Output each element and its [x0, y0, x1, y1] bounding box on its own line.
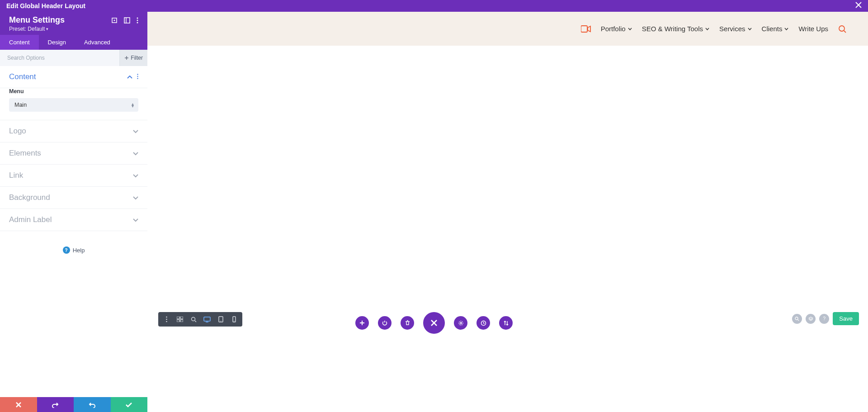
svg-point-25	[220, 321, 221, 322]
svg-point-5	[137, 20, 138, 21]
svg-point-8	[137, 76, 138, 77]
video-icon[interactable]	[581, 25, 591, 33]
tablet-view-icon[interactable]	[216, 314, 226, 324]
nav-item-write-ups[interactable]: Write Ups	[798, 25, 828, 33]
sort-button[interactable]	[499, 316, 513, 330]
top-bar-title: Edit Global Header Layout	[6, 2, 85, 9]
chevron-down-icon	[705, 28, 709, 30]
zoom-small-icon[interactable]	[792, 314, 802, 324]
chevron-down-icon	[133, 149, 138, 157]
menu-field-label: Menu	[9, 88, 138, 95]
toolbar-more-icon[interactable]	[161, 314, 171, 324]
svg-point-30	[795, 317, 798, 320]
section-content-body: Menu Main ▴▾	[0, 88, 147, 120]
section-more-icon[interactable]	[137, 73, 138, 81]
tab-design[interactable]: Design	[39, 35, 75, 50]
chevron-up-icon	[127, 73, 132, 81]
layers-icon[interactable]	[806, 314, 816, 324]
history-button[interactable]	[476, 316, 490, 330]
chevron-down-icon	[133, 127, 138, 135]
section-content-header[interactable]: Content	[0, 66, 147, 88]
sections-list: Content Menu Main ▴▾ Logo Elements Link	[0, 66, 147, 412]
more-options-icon[interactable]	[137, 17, 138, 24]
svg-point-14	[166, 319, 167, 320]
add-button[interactable]	[355, 316, 369, 330]
tab-advanced[interactable]: Advanced	[75, 35, 119, 50]
menu-select-value: Main	[14, 102, 27, 108]
section-logo-header[interactable]: Logo	[0, 120, 147, 142]
section-link-header[interactable]: Link	[0, 165, 147, 187]
svg-point-11	[839, 26, 844, 31]
power-button[interactable]	[378, 316, 392, 330]
search-input[interactable]	[0, 55, 119, 61]
expand-icon[interactable]	[111, 17, 118, 24]
mobile-view-icon[interactable]	[229, 314, 239, 324]
redo-button[interactable]	[74, 397, 111, 412]
search-row: Filter	[0, 50, 147, 66]
svg-rect-17	[180, 317, 183, 319]
preview-area: Portfolio SEO & Writing Tools Services C…	[147, 12, 868, 412]
settings-button[interactable]	[454, 316, 467, 330]
filter-button[interactable]: Filter	[119, 50, 147, 66]
svg-rect-10	[581, 26, 587, 32]
preset-dropdown[interactable]: Preset: Default	[9, 26, 65, 32]
section-background-header[interactable]: Background	[0, 187, 147, 209]
section-background-title: Background	[9, 193, 50, 202]
nav-item-clients[interactable]: Clients	[762, 25, 789, 33]
svg-rect-19	[180, 320, 183, 322]
chevron-down-icon	[748, 28, 752, 30]
svg-rect-16	[177, 317, 179, 319]
svg-rect-2	[124, 18, 130, 23]
close-builder-button[interactable]	[423, 312, 445, 334]
svg-line-12	[844, 31, 846, 33]
bottom-right-controls: ? Save	[792, 312, 859, 325]
wireframe-icon[interactable]	[175, 314, 185, 324]
menu-select[interactable]: Main ▴▾	[9, 98, 138, 112]
svg-point-20	[191, 317, 195, 321]
section-elements-header[interactable]: Elements	[0, 142, 147, 165]
section-logo-title: Logo	[9, 127, 26, 136]
section-content-title: Content	[9, 72, 36, 81]
svg-point-6	[137, 22, 138, 24]
chevron-down-icon	[133, 216, 138, 224]
section-elements-title: Elements	[9, 149, 41, 158]
undo-button[interactable]	[37, 397, 74, 412]
cancel-button[interactable]	[0, 397, 37, 412]
svg-point-9	[137, 78, 138, 79]
svg-point-1	[114, 20, 115, 21]
section-link-title: Link	[9, 171, 23, 180]
save-button[interactable]: Save	[833, 312, 859, 325]
search-icon[interactable]	[838, 25, 846, 33]
nav-item-portfolio[interactable]: Portfolio	[601, 25, 632, 33]
confirm-button[interactable]	[111, 397, 148, 412]
delete-button[interactable]	[401, 316, 414, 330]
nav-item-services[interactable]: Services	[719, 25, 752, 33]
chevron-down-icon	[784, 28, 788, 30]
svg-line-31	[798, 320, 799, 321]
nav-item-seo-writing-tools[interactable]: SEO & Writing Tools	[642, 25, 709, 33]
section-admin-label-title: Admin Label	[9, 215, 52, 224]
settings-sidebar: Menu Settings Preset: Default Content De…	[0, 12, 147, 412]
top-bar: Edit Global Header Layout	[0, 0, 868, 12]
filter-label: Filter	[131, 55, 143, 61]
svg-point-4	[137, 18, 138, 19]
tab-content[interactable]: Content	[0, 35, 39, 50]
help-label: Help	[73, 247, 85, 254]
bottom-action-bar	[0, 397, 147, 412]
desktop-view-icon[interactable]	[202, 314, 212, 324]
panel-header: Menu Settings Preset: Default	[0, 12, 147, 35]
select-caret-icon: ▴▾	[132, 103, 134, 107]
close-icon[interactable]	[855, 2, 862, 10]
svg-point-27	[234, 321, 234, 321]
help-link[interactable]: ? Help	[0, 239, 147, 261]
svg-rect-18	[177, 320, 179, 322]
help-small-icon[interactable]: ?	[819, 314, 829, 324]
panel-title: Menu Settings	[9, 15, 65, 25]
help-icon: ?	[63, 246, 70, 254]
panel-layout-icon[interactable]	[124, 17, 130, 24]
svg-line-21	[195, 321, 196, 322]
svg-rect-22	[204, 317, 210, 321]
zoom-icon[interactable]	[189, 314, 198, 324]
chevron-down-icon	[628, 28, 632, 30]
section-admin-label-header[interactable]: Admin Label	[0, 209, 147, 231]
